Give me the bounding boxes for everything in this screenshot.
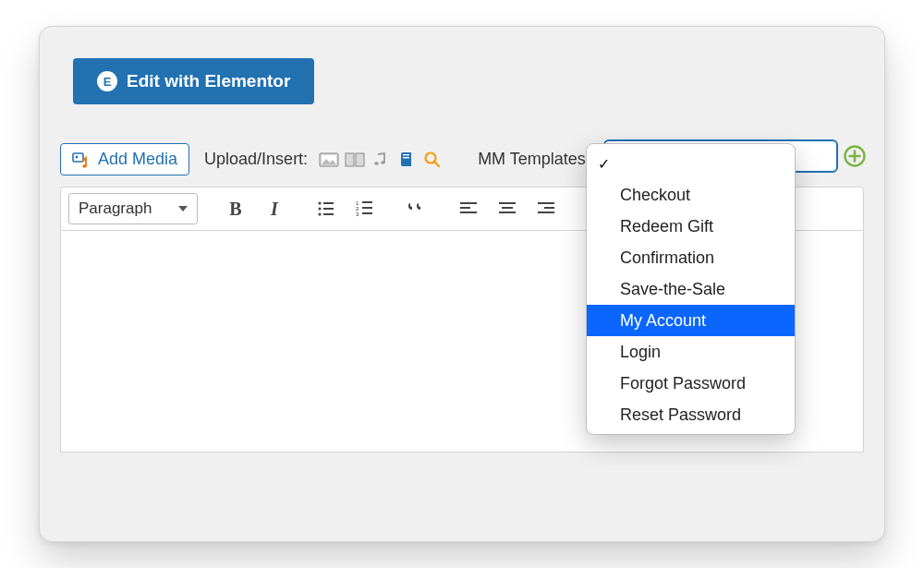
dropdown-item-redeem-gift[interactable]: Redeem Gift: [587, 211, 795, 242]
svg-rect-28: [362, 212, 372, 214]
bullet-list-button[interactable]: [309, 193, 344, 224]
svg-text:3: 3: [356, 211, 359, 217]
numbered-list-button[interactable]: 123: [347, 193, 383, 224]
mm-templates-dropdown: Checkout Redeem Gift Confirmation Save-t…: [586, 143, 796, 435]
svg-point-1: [76, 155, 79, 158]
svg-rect-6: [346, 153, 354, 166]
format-select[interactable]: Paragraph: [68, 193, 198, 224]
dropdown-item-my-account[interactable]: My Account: [587, 305, 795, 336]
svg-rect-7: [356, 153, 364, 166]
svg-rect-34: [499, 211, 516, 213]
dropdown-item-confirmation[interactable]: Confirmation: [587, 242, 795, 273]
svg-rect-37: [538, 211, 554, 213]
svg-rect-36: [544, 207, 554, 209]
italic-button[interactable]: I: [257, 193, 292, 224]
svg-rect-35: [538, 202, 554, 204]
svg-rect-31: [460, 211, 477, 213]
mm-templates-label: MM Templates: [478, 150, 586, 169]
svg-point-19: [318, 207, 321, 210]
svg-rect-26: [362, 207, 372, 209]
align-center-button[interactable]: [490, 193, 525, 224]
svg-point-17: [318, 201, 321, 204]
svg-rect-32: [499, 202, 516, 204]
elementor-icon: E: [97, 71, 117, 91]
dropdown-item-login[interactable]: Login: [587, 336, 795, 368]
dropdown-item-forgot-password[interactable]: Forgot Password: [587, 368, 795, 399]
insert-book-icon[interactable]: [396, 151, 417, 168]
dropdown-item-reset-password[interactable]: Reset Password: [587, 399, 795, 430]
dropdown-item-save-the-sale[interactable]: Save-the-Sale: [587, 273, 795, 305]
dropdown-item-blank[interactable]: [587, 148, 795, 179]
format-select-value: Paragraph: [79, 199, 152, 218]
add-media-label: Add Media: [98, 150, 177, 169]
svg-rect-11: [403, 157, 409, 158]
search-icon[interactable]: [422, 151, 443, 168]
insert-gallery-icon[interactable]: [345, 151, 365, 168]
bold-button[interactable]: B: [218, 193, 253, 224]
svg-rect-29: [460, 202, 477, 204]
camera-music-icon: [72, 151, 91, 169]
align-right-button[interactable]: [529, 193, 564, 224]
svg-rect-10: [403, 154, 409, 155]
align-left-button[interactable]: [451, 193, 486, 224]
svg-rect-18: [323, 202, 334, 204]
insert-audio-icon[interactable]: [371, 151, 391, 168]
svg-rect-20: [323, 208, 334, 210]
add-media-button[interactable]: Add Media: [60, 143, 189, 175]
svg-rect-30: [460, 207, 470, 209]
svg-point-2: [82, 164, 86, 168]
svg-rect-0: [73, 153, 83, 162]
svg-rect-22: [323, 213, 334, 215]
elementor-button-label: Edit with Elementor: [127, 71, 290, 91]
insert-icons-group: [319, 151, 443, 168]
svg-point-8: [374, 162, 379, 165]
svg-rect-24: [362, 201, 372, 203]
svg-point-9: [381, 161, 385, 164]
upload-insert-label: Upload/Insert:: [204, 150, 308, 169]
insert-image-icon[interactable]: [319, 151, 339, 168]
svg-point-21: [318, 212, 321, 215]
svg-rect-33: [502, 207, 513, 209]
edit-with-elementor-button[interactable]: E Edit with Elementor: [73, 58, 314, 104]
dropdown-item-checkout[interactable]: Checkout: [587, 179, 795, 211]
chevron-down-icon: [178, 206, 188, 211]
svg-line-13: [435, 162, 440, 166]
add-template-button[interactable]: [844, 145, 866, 167]
blockquote-button[interactable]: [399, 193, 434, 224]
